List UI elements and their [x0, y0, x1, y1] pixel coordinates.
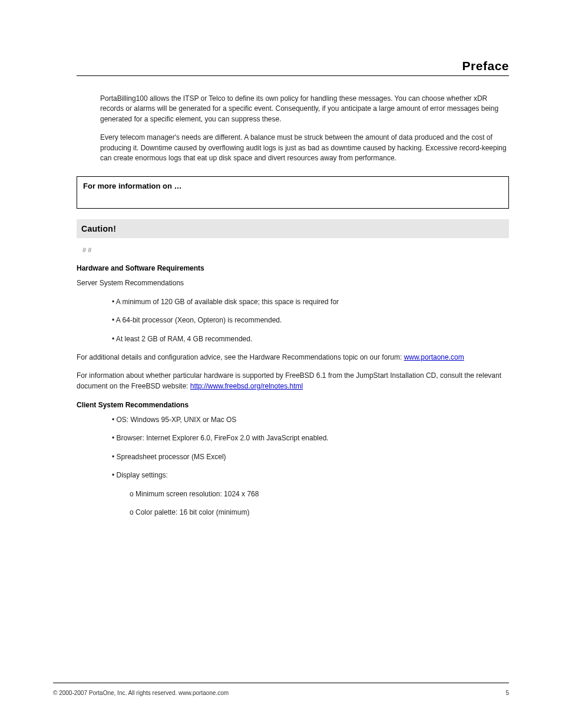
client-item-1: • OS: Windows 95-XP, UNIX or Mac OS — [112, 415, 509, 425]
paragraph-2: Every telecom manager's needs are differ… — [100, 133, 509, 163]
page-number: 5 — [505, 690, 509, 696]
hash-marks: # # — [82, 246, 509, 253]
more-info-prefix: For additional details and configuration… — [77, 353, 404, 361]
forum-link[interactable]: www.portaone.com — [404, 353, 464, 361]
caution-label: Caution! — [81, 224, 116, 233]
footer-separator — [53, 683, 509, 683]
req-item-1: • A minimum of 120 GB of available disk … — [112, 297, 509, 307]
req-item-3: • At least 2 GB of RAM, 4 GB recommended… — [112, 334, 509, 344]
client-heading: Client System Recommendations — [77, 401, 509, 409]
server-recs-heading: Server System Recommendations — [77, 278, 509, 288]
client-item-3: • Spreadsheet processor (MS Excel) — [112, 452, 509, 462]
info-box-title: For more information on … — [83, 182, 503, 190]
caution-bar: Caution! — [77, 219, 509, 238]
hardware-heading: Hardware and Software Requirements — [77, 264, 509, 272]
page-header-title: Preface — [77, 59, 509, 76]
client-item-2: • Browser: Internet Explorer 6.0, FireFo… — [112, 433, 509, 443]
freebsd-text: For information about whether particular… — [77, 371, 509, 391]
client-item-4: • Display settings: — [112, 470, 509, 480]
client-item-4a: o Minimum screen resolution: 1024 x 768 — [130, 489, 509, 499]
req-item-2: • A 64-bit processor (Xeon, Opteron) is … — [112, 315, 509, 325]
info-box: For more information on … — [77, 176, 509, 209]
freebsd-link[interactable]: http://www.freebsd.org/relnotes.html — [190, 382, 303, 390]
paragraph-1: PortaBilling100 allows the ITSP or Telco… — [100, 94, 509, 124]
footer: © 2000-2007 PortaOne, Inc. All rights re… — [53, 690, 509, 696]
client-item-4b: o Color palette: 16 bit color (minimum) — [130, 508, 509, 518]
more-info-text: For additional details and configuration… — [77, 353, 509, 363]
footer-left: © 2000-2007 PortaOne, Inc. All rights re… — [53, 690, 229, 696]
